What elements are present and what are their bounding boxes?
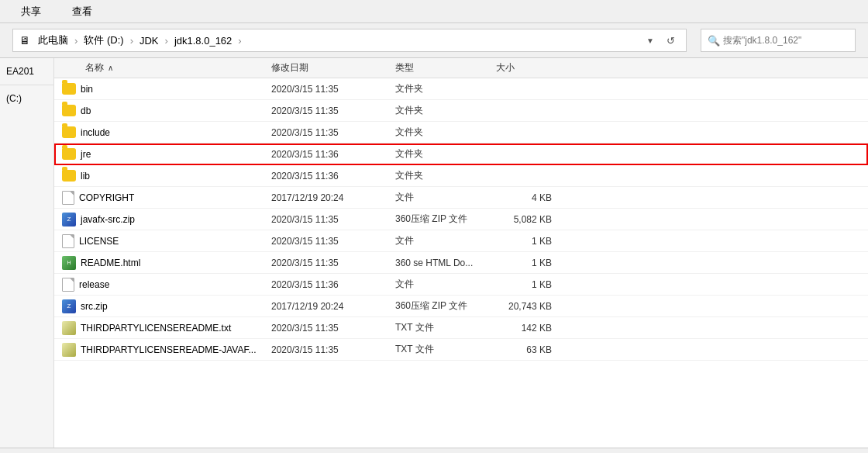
col-type: TXT 文件: [395, 321, 496, 334]
file-row[interactable]: Z src.zip 2017/12/19 20:24 360压缩 ZIP 文件 …: [54, 296, 868, 317]
col-date: 2020/3/15 11:35: [271, 105, 395, 116]
file-name: src.zip: [81, 301, 108, 312]
file-row[interactable]: bin 2020/3/15 11:35 文件夹: [54, 78, 868, 100]
col-type: 文件: [395, 234, 496, 247]
address-bar[interactable]: 🖥 此电脑 › 软件 (D:) › JDK › jdk1.8.0_162 › ▼…: [12, 29, 687, 52]
col-name: Z src.zip: [54, 299, 271, 313]
col-name: lib: [54, 170, 271, 182]
txt-icon: [62, 321, 76, 335]
col-size: 4 KB: [496, 192, 558, 203]
file-icon: [62, 234, 74, 248]
search-bar[interactable]: 🔍: [701, 29, 856, 52]
file-name: include: [81, 127, 110, 138]
col-date: 2020/3/15 11:35: [271, 344, 395, 355]
file-row[interactable]: Z javafx-src.zip 2020/3/15 11:35 360压缩 Z…: [54, 209, 868, 230]
address-parts: 🖥 此电脑 › 软件 (D:) › JDK › jdk1.8.0_162 ›: [19, 33, 643, 48]
col-name: release: [54, 278, 271, 292]
col-date: 2020/3/15 11:35: [271, 84, 395, 95]
col-size-header[interactable]: 大小: [496, 61, 558, 74]
col-type: 文件夹: [395, 82, 496, 95]
col-name: H README.html: [54, 256, 271, 270]
address-part-drive[interactable]: 软件 (D:): [81, 33, 126, 48]
txt-icon: [62, 343, 76, 357]
sidebar: EA201 (C:): [0, 58, 54, 448]
file-list: bin 2020/3/15 11:35 文件夹 db 2020/3/15 11:…: [54, 78, 868, 448]
col-type: 文件夹: [395, 104, 496, 117]
col-date-header[interactable]: 修改日期: [271, 61, 395, 74]
col-date: 2020/3/15 11:35: [271, 323, 395, 334]
col-name: LICENSE: [54, 234, 271, 248]
file-icon: [62, 278, 74, 292]
col-name: Z javafx-src.zip: [54, 213, 271, 226]
html-icon: H: [62, 256, 76, 270]
column-headers: 名称 ∧ 修改日期 类型 大小: [54, 58, 868, 78]
tab-share[interactable]: 共享: [6, 0, 56, 22]
address-dropdown-button[interactable]: ▼: [643, 35, 657, 47]
status-bar: https://blog.csdn.net/qq_39944028: [0, 448, 868, 453]
file-row[interactable]: release 2020/3/15 11:36 文件 1 KB: [54, 274, 868, 296]
address-part-jdk[interactable]: JDK: [136, 34, 162, 47]
col-type: 文件: [395, 278, 496, 291]
sidebar-item-c[interactable]: (C:): [0, 88, 53, 109]
col-name: COPYRIGHT: [54, 191, 271, 205]
col-name: include: [54, 126, 271, 138]
folder-icon: [62, 148, 76, 160]
file-row[interactable]: THIRDPARTYLICENSEREADME-JAVAF... 2020/3/…: [54, 339, 868, 361]
file-row[interactable]: COPYRIGHT 2017/12/19 20:24 文件 4 KB: [54, 187, 868, 209]
col-type: 文件夹: [395, 169, 496, 182]
file-row[interactable]: db 2020/3/15 11:35 文件夹: [54, 100, 868, 122]
col-name: jre: [54, 148, 271, 160]
main-layout: EA201 (C:) 名称 ∧ 修改日期 类型 大小 bin 2020/3/15…: [0, 58, 868, 448]
file-row[interactable]: lib 2020/3/15 11:36 文件夹: [54, 165, 868, 187]
file-row[interactable]: THIRDPARTYLICENSEREADME.txt 2020/3/15 11…: [54, 317, 868, 339]
sort-arrow: ∧: [108, 64, 113, 72]
col-type: 360 se HTML Do...: [395, 258, 496, 268]
refresh-button[interactable]: ↺: [662, 33, 680, 48]
zip-icon: Z: [62, 299, 76, 313]
file-name: COPYRIGHT: [79, 192, 134, 203]
file-name: THIRDPARTYLICENSEREADME-JAVAF...: [81, 344, 256, 355]
address-sep-3: ›: [165, 35, 168, 47]
address-part-jdkver[interactable]: jdk1.8.0_162: [171, 34, 235, 47]
col-date: 2020/3/15 11:36: [271, 149, 395, 160]
file-name: LICENSE: [79, 236, 119, 247]
col-size: 1 KB: [496, 236, 558, 247]
col-type: 360压缩 ZIP 文件: [395, 213, 496, 226]
col-size: 20,743 KB: [496, 301, 558, 312]
tab-view[interactable]: 查看: [57, 0, 107, 22]
file-row[interactable]: include 2020/3/15 11:35 文件夹: [54, 122, 868, 144]
col-size: 142 KB: [496, 323, 558, 334]
address-part-computer[interactable]: 此电脑: [35, 33, 71, 48]
file-name: db: [81, 105, 91, 116]
content-area: 名称 ∧ 修改日期 类型 大小 bin 2020/3/15 11:35 文件夹 …: [54, 58, 868, 448]
file-name: README.html: [81, 258, 140, 268]
col-size: 1 KB: [496, 279, 558, 290]
col-type-header[interactable]: 类型: [395, 61, 496, 74]
col-type: 文件夹: [395, 147, 496, 161]
col-date: 2020/3/15 11:36: [271, 171, 395, 182]
col-date: 2017/12/19 20:24: [271, 301, 395, 312]
file-name: THIRDPARTYLICENSEREADME.txt: [81, 323, 231, 334]
zip-icon: Z: [62, 213, 76, 226]
sidebar-item-ea201[interactable]: EA201: [0, 61, 53, 81]
file-name: bin: [81, 84, 93, 95]
folder-icon: [62, 105, 76, 116]
file-name: jre: [81, 149, 91, 160]
file-row[interactable]: LICENSE 2020/3/15 11:35 文件 1 KB: [54, 230, 868, 252]
col-date: 2017/12/19 20:24: [271, 192, 395, 203]
col-date: 2020/3/15 11:35: [271, 258, 395, 268]
col-size: 1 KB: [496, 258, 558, 268]
toolbar-tabs: 共享 查看: [0, 0, 868, 23]
file-row[interactable]: jre 2020/3/15 11:36 文件夹: [54, 144, 868, 165]
col-name-header[interactable]: 名称 ∧: [54, 61, 271, 74]
col-type: 360压缩 ZIP 文件: [395, 299, 496, 313]
file-row[interactable]: H README.html 2020/3/15 11:35 360 se HTM…: [54, 252, 868, 274]
col-type: 文件夹: [395, 126, 496, 139]
folder-icon: [62, 83, 76, 95]
col-name: THIRDPARTYLICENSEREADME-JAVAF...: [54, 343, 271, 357]
col-size: 63 KB: [496, 344, 558, 355]
col-type: 文件: [395, 191, 496, 204]
search-input[interactable]: [723, 35, 849, 46]
address-bar-actions: ▼ ↺: [643, 33, 680, 48]
col-name: THIRDPARTYLICENSEREADME.txt: [54, 321, 271, 335]
